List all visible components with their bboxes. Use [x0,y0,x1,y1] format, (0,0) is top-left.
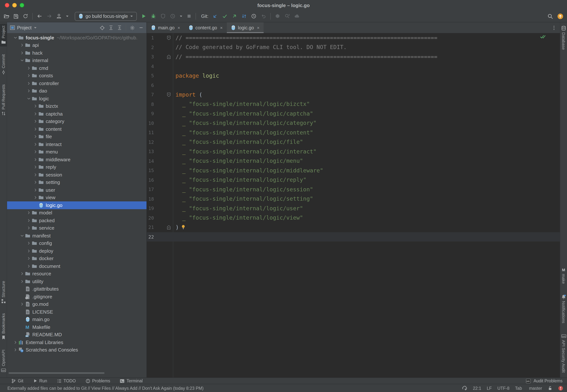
tree-item[interactable]: captcha [7,110,146,118]
chevron-right-icon[interactable] [19,302,25,306]
chevron-right-icon[interactable] [32,188,38,192]
tree-item[interactable]: category [7,118,146,125]
profiler-dropdown-icon[interactable] [180,15,183,18]
code-line[interactable]: 7import ( [147,90,560,99]
tree-item[interactable]: setting [7,179,146,186]
tree-item[interactable]: main.go [7,316,146,323]
tree-item[interactable]: session [7,171,146,179]
cloud-button[interactable] [294,13,300,19]
tool-strip-button-make[interactable]: Mmake [560,266,567,286]
chevron-right-icon[interactable] [32,112,38,116]
tree-item[interactable]: cmd [7,64,146,72]
hide-panel-icon[interactable] [139,25,144,30]
tab-options-kebab-icon[interactable] [551,22,560,33]
horizontal-scrollbar[interactable] [9,372,104,374]
tool-window-button-todo[interactable]: TODO [57,378,76,383]
tree-item[interactable]: hack [7,49,146,57]
tree-item[interactable]: packed [7,217,146,224]
code-line[interactable]: 11 _ "focus-single/internal/logic/conten… [147,128,560,137]
chevron-right-icon[interactable] [32,196,38,200]
lock-icon[interactable] [548,386,552,391]
git-branch-widget[interactable]: master [528,386,542,390]
chevron-right-icon[interactable] [12,348,18,352]
tree-item[interactable]: dao [7,87,146,95]
chevron-down-icon[interactable] [19,58,25,63]
run-button[interactable] [141,13,146,19]
git-commit-button[interactable] [222,13,228,19]
tree-item[interactable]: model [7,209,146,217]
chevron-right-icon[interactable] [26,257,32,261]
fold-marker-icon[interactable] [154,225,173,230]
expand-all-icon[interactable] [109,25,113,30]
tree-item[interactable]: service [7,224,146,232]
tree-item[interactable]: internal [7,57,146,64]
tab-logic.go[interactable]: logic.go× [227,22,264,33]
tool-strip-button-pull-requests[interactable]: Pull Requests [0,83,7,118]
tree-item[interactable]: interact [7,140,146,148]
code-line[interactable]: 19 _ "focus-single/internal/logic/user" [147,204,560,213]
tree-item[interactable]: bizctx [7,102,146,110]
code-line[interactable]: 18 _ "focus-single/internal/logic/settin… [147,194,560,204]
chevron-right-icon[interactable] [19,272,25,276]
code-line[interactable]: 2// Code generated by GoFrame CLI tool. … [147,42,560,52]
tree-item[interactable]: menu [7,148,146,156]
chevron-right-icon[interactable] [32,150,38,154]
code-line[interactable]: 15 _ "focus-single/internal/logic/middle… [147,166,560,175]
user-dropdown-icon[interactable] [66,15,69,18]
user-icon[interactable] [56,13,62,19]
tree-item[interactable]: docker [7,255,146,262]
chevron-right-icon[interactable] [32,127,38,131]
stop-button[interactable] [187,14,191,19]
code-line[interactable]: 4 [147,61,560,71]
fold-marker-icon[interactable] [154,55,173,59]
code-line[interactable]: 20 _ "focus-single/internal/logic/view" [147,213,560,223]
chevron-right-icon[interactable] [32,135,38,139]
tree-item[interactable]: user [7,186,146,194]
gear-icon[interactable] [130,25,135,30]
line-separator[interactable]: LF [487,386,492,390]
chevron-down-icon[interactable] [26,97,32,101]
tool-window-button-terminal[interactable]: Terminal [120,378,143,383]
tree-item[interactable]: consts [7,72,146,80]
code-line[interactable]: 22 [147,232,560,241]
rollback-button[interactable] [261,13,266,19]
back-icon[interactable] [37,13,42,19]
chevron-right-icon[interactable] [32,173,38,177]
code-line[interactable]: 6 [147,81,560,90]
tool-strip-button-bookmarks[interactable]: Bookmarks [0,311,7,342]
sync-icon[interactable] [23,13,28,19]
chevron-right-icon[interactable] [32,104,38,108]
code-line[interactable]: 12 _ "focus-single/internal/logic/file" [147,137,560,147]
tree-item[interactable]: .gitattributes [7,285,146,293]
fold-marker-icon[interactable] [154,93,173,97]
code-line[interactable]: 10 _ "focus-single/internal/logic/catego… [147,118,560,128]
tool-strip-button-project[interactable]: Project [0,24,7,47]
collapse-all-icon[interactable] [117,25,122,30]
tree-item[interactable]: view [7,194,146,201]
tree-item[interactable]: .gitignore [7,293,146,300]
tree-item[interactable]: LICENSE [7,308,146,316]
chevron-right-icon[interactable] [19,51,25,55]
indent-style[interactable]: Tab [515,386,522,390]
tree-item[interactable]: middleware [7,156,146,163]
save-icon[interactable] [13,14,19,19]
chevron-right-icon[interactable] [26,66,32,70]
tree-item[interactable]: document [7,262,146,270]
chevron-right-icon[interactable] [26,89,32,93]
history-button[interactable] [251,13,257,19]
code-editor[interactable]: 1// ====================================… [147,33,560,378]
chevron-right-icon[interactable] [12,340,18,344]
close-tab-icon[interactable]: × [220,25,223,30]
select-opened-file-icon[interactable] [100,25,105,30]
chevron-down-icon[interactable] [19,234,25,238]
tool-strip-button-notifications[interactable]: Notifications [560,293,567,325]
chevron-right-icon[interactable] [32,165,38,169]
debug-button[interactable] [151,13,156,19]
profiler-button[interactable] [170,13,175,19]
tree-item[interactable]: MDREADME.MD [7,331,146,338]
chevron-right-icon[interactable] [32,119,38,124]
code-line[interactable]: 1// ====================================… [147,33,560,42]
code-line[interactable]: 5package logic [147,71,560,81]
chevron-right-icon[interactable] [19,280,25,283]
tree-item[interactable]: MMakefile [7,323,146,331]
